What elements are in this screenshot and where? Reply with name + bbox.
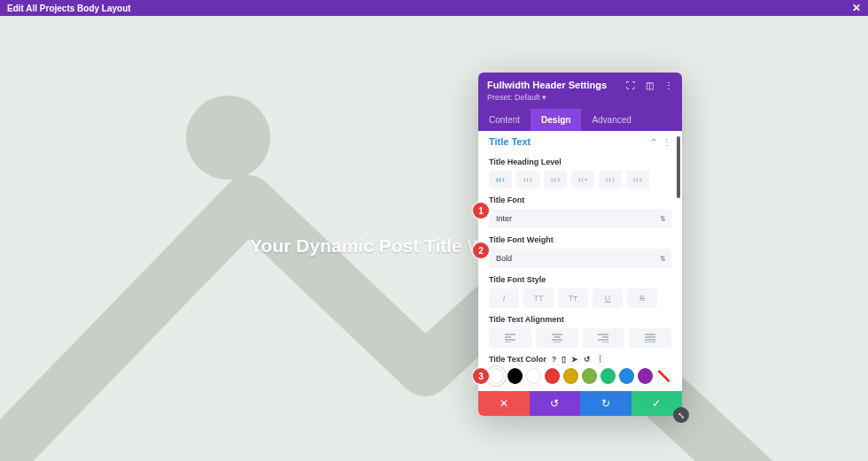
heading-level-group: H1 H2 H3 H4 H5 H6 <box>489 171 671 188</box>
font-style-smallcaps[interactable]: Tᴛ <box>558 288 588 308</box>
chevron-updown-icon: ⇅ <box>660 255 666 263</box>
color-swatches <box>489 368 671 384</box>
section-title-label: Title Text <box>489 136 531 147</box>
font-style-underline[interactable]: U <box>593 288 623 308</box>
chevron-updown-icon: ⇅ <box>660 215 666 223</box>
panel-footer: ✕ ↺ ↻ ✓ <box>478 391 682 416</box>
preset-selector[interactable]: Preset: Default ▾ <box>487 93 673 102</box>
title-font-value: Inter <box>496 214 512 223</box>
color-swatch-blue[interactable] <box>619 368 634 384</box>
help-icon[interactable]: ? <box>552 355 557 364</box>
title-font-select[interactable]: Inter ⇅ <box>489 209 671 228</box>
cancel-button[interactable]: ✕ <box>478 391 530 416</box>
color-swatch-red[interactable] <box>545 368 560 384</box>
resize-handle[interactable]: ⤡ <box>673 407 689 423</box>
close-icon[interactable]: ✕ <box>852 2 861 14</box>
annotation-badge-2: 2 <box>473 242 489 258</box>
align-left[interactable] <box>489 328 531 348</box>
panel-tabs: Content Design Advanced <box>478 109 682 131</box>
settings-panel: Fullwidth Header Settings ⛶ ◫ ⋮ Preset: … <box>478 73 682 416</box>
font-style-group: I TT Tᴛ U S <box>489 288 671 308</box>
color-swatch-selected[interactable] <box>489 368 504 384</box>
mobile-icon[interactable]: ▯ <box>562 355 566 364</box>
hero-dynamic-title: Your Dynamic Post Title Will Display Her… <box>0 235 868 257</box>
canvas-area: Your Dynamic Post Title Will Display Her… <box>0 16 868 461</box>
align-justify[interactable] <box>629 328 671 348</box>
panel-body: Title Text ⌃ ⋮ Title Heading Level H1 H2… <box>478 131 682 391</box>
title-font-style-label: Title Font Style <box>489 275 671 284</box>
font-style-strike[interactable]: S <box>627 288 657 308</box>
redo-button[interactable]: ↻ <box>580 391 632 416</box>
reset-icon[interactable]: ↺ <box>584 355 591 364</box>
heading-level-h3[interactable]: H3 <box>544 171 567 188</box>
section-menu-icon[interactable]: ⋮ <box>663 137 671 147</box>
columns-icon[interactable]: ◫ <box>646 81 654 90</box>
annotation-badge-3: 3 <box>473 368 489 384</box>
color-swatch-green[interactable] <box>601 368 616 384</box>
tab-design[interactable]: Design <box>531 109 581 131</box>
title-font-weight-value: Bold <box>496 254 512 263</box>
title-font-label: Title Font <box>489 196 671 204</box>
color-swatch-yellow[interactable] <box>563 368 578 384</box>
align-right[interactable] <box>583 328 625 348</box>
color-swatch-white[interactable] <box>526 368 541 384</box>
undo-button[interactable]: ↺ <box>530 391 581 416</box>
scrollbar[interactable] <box>677 136 680 198</box>
placeholder-circle <box>186 96 270 180</box>
font-style-uppercase[interactable]: TT <box>523 288 554 308</box>
align-center[interactable] <box>536 328 578 348</box>
panel-header[interactable]: Fullwidth Header Settings ⛶ ◫ ⋮ Preset: … <box>478 73 682 109</box>
more-icon[interactable]: ⋮ <box>596 355 604 364</box>
top-title: Edit All Projects Body Layout <box>7 4 131 13</box>
heading-level-h4[interactable]: H4 <box>571 171 594 188</box>
heading-level-h2[interactable]: H2 <box>516 171 539 188</box>
annotation-badge-1: 1 <box>473 203 489 219</box>
font-style-italic[interactable]: I <box>489 288 519 308</box>
color-swatch-purple[interactable] <box>638 368 653 384</box>
heading-level-h5[interactable]: H5 <box>599 171 622 188</box>
title-heading-level-label: Title Heading Level <box>489 158 671 166</box>
section-title-text[interactable]: Title Text ⌃ ⋮ <box>489 131 671 150</box>
heading-level-h1[interactable]: H1 <box>489 171 512 188</box>
top-header-bar: Edit All Projects Body Layout ✕ <box>0 0 868 16</box>
panel-title: Fullwidth Header Settings <box>487 80 607 90</box>
heading-level-h6[interactable]: H6 <box>626 171 649 188</box>
color-swatch-black[interactable] <box>508 368 523 384</box>
title-font-weight-select[interactable]: Bold ⇅ <box>489 249 671 268</box>
color-swatch-lime[interactable] <box>582 368 597 384</box>
title-text-alignment-label: Title Text Alignment <box>489 315 671 324</box>
cursor-icon[interactable]: ➤ <box>571 355 578 364</box>
title-text-color-row: Title Text Color ? ▯ ➤ ↺ ⋮ <box>489 355 671 364</box>
tab-advanced[interactable]: Advanced <box>581 109 641 131</box>
title-font-weight-label: Title Font Weight <box>489 235 671 244</box>
color-swatch-none[interactable] <box>656 368 671 384</box>
expand-icon[interactable]: ⛶ <box>626 81 635 90</box>
menu-dots-icon[interactable]: ⋮ <box>664 81 673 90</box>
tab-content[interactable]: Content <box>478 109 531 131</box>
text-alignment-group <box>489 328 671 348</box>
collapse-icon[interactable]: ⌃ <box>650 137 657 147</box>
title-text-color-label: Title Text Color <box>489 355 546 364</box>
